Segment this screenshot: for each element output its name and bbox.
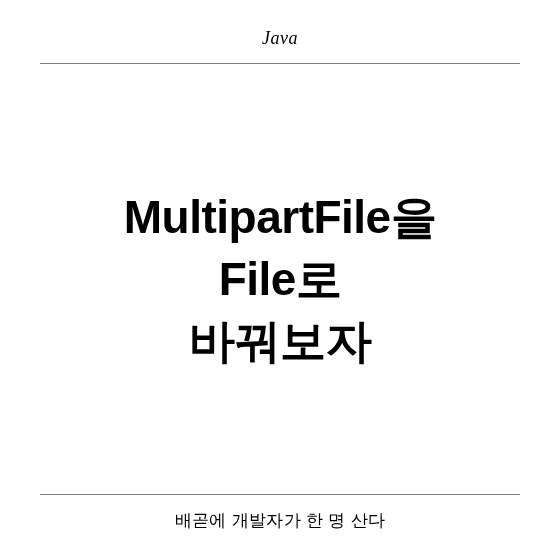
title-line-2: File로 bbox=[219, 248, 342, 310]
footer-tagline: 배곧에 개발자가 한 명 산다 bbox=[0, 509, 560, 532]
category-label: Java bbox=[0, 28, 560, 49]
footer-section: 배곧에 개발자가 한 명 산다 bbox=[0, 509, 560, 560]
header-section: Java bbox=[0, 0, 560, 49]
title-line-3: 바꿔보자 bbox=[189, 310, 371, 372]
divider-bottom bbox=[40, 494, 520, 495]
title-line-1: MultipartFile을 bbox=[124, 186, 436, 248]
title-section: MultipartFile을 File로 바꿔보자 bbox=[0, 64, 560, 494]
